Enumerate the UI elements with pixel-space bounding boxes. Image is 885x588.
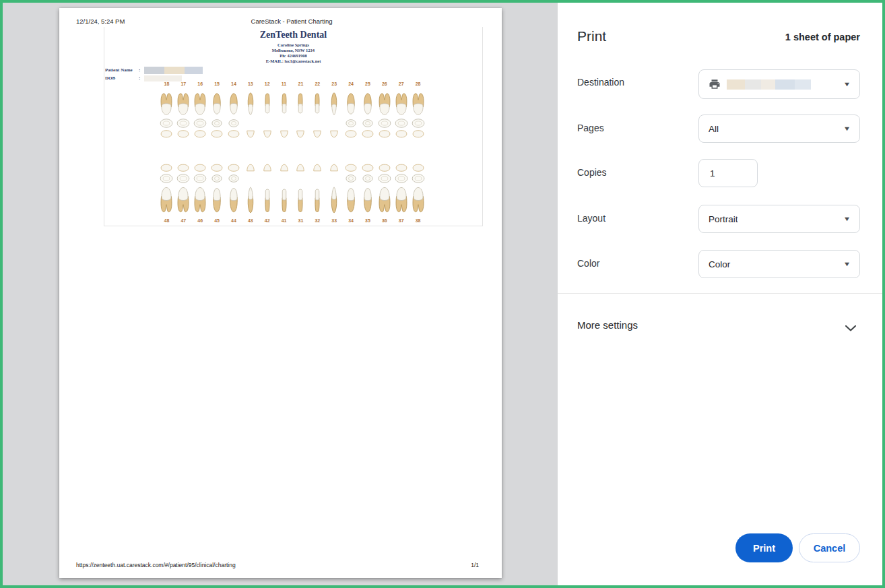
tooth-27: 27 [393, 81, 409, 139]
patient-dob-label: DOB [105, 75, 139, 81]
tooth-number: 36 [382, 218, 387, 224]
pages-select[interactable]: All ▼ [698, 115, 860, 143]
tooth-number: 46 [197, 218, 203, 224]
tooth-crown-icon [175, 163, 191, 172]
cancel-button[interactable]: Cancel [799, 533, 860, 562]
page-indicator: 1/1 [471, 562, 479, 568]
tooth-17: 17 [175, 81, 192, 139]
occlusal-spacer [259, 173, 275, 184]
patient-block: Patient Name : DOB : [105, 66, 203, 82]
color-select[interactable]: Color ▼ [698, 250, 860, 278]
tooth-number: 26 [382, 81, 387, 88]
tooth-number: 21 [298, 81, 304, 88]
sheet-count: 1 sheet of paper [785, 32, 860, 42]
tooth-37: 37 [393, 163, 409, 224]
tooth-root-icon [326, 185, 342, 214]
tooth-crown-icon [192, 163, 208, 172]
tooth-root-icon [259, 185, 275, 214]
source-url: https://zenteeth.uat.carestack.com/#/pat… [76, 562, 236, 568]
copies-label: Copies [577, 167, 607, 178]
tooth-root-icon [393, 185, 409, 214]
tooth-crown-icon [309, 163, 325, 172]
tooth-occlusal-icon [158, 118, 174, 129]
tooth-24: 24 [343, 81, 360, 139]
tooth-18: 18 [158, 81, 175, 139]
tooth-15: 15 [209, 81, 226, 139]
tooth-44: 44 [226, 163, 242, 224]
tooth-root-icon [242, 92, 259, 117]
occlusal-spacer [292, 173, 308, 184]
tooth-number: 12 [265, 81, 270, 88]
tooth-number: 23 [331, 81, 337, 88]
tooth-crown-icon [326, 163, 342, 172]
chevron-down-icon: ▼ [843, 261, 851, 267]
tooth-number: 38 [416, 218, 421, 224]
redacted-printer-name [775, 79, 795, 90]
tooth-36: 36 [376, 163, 393, 224]
tooth-occlusal-icon [192, 173, 208, 184]
tooth-43: 43 [242, 163, 259, 224]
preview-page: 12/1/24, 5:24 PM CareStack - Patient Cha… [59, 8, 502, 578]
tooth-number: 34 [348, 218, 354, 224]
tooth-crown-icon [226, 163, 242, 172]
tooth-root-icon [309, 92, 325, 117]
tooth-root-icon [158, 185, 174, 214]
occlusal-spacer [309, 118, 325, 129]
tooth-crown-icon [175, 129, 191, 139]
print-button[interactable]: Print [735, 533, 793, 562]
tooth-occlusal-icon [410, 173, 426, 184]
tooth-28: 28 [409, 81, 426, 139]
tooth-31: 31 [292, 163, 309, 224]
tooth-root-icon [393, 92, 409, 117]
occlusal-spacer [259, 118, 275, 129]
print-settings-panel: Print 1 sheet of paper Destination ▼ Pag… [558, 3, 882, 585]
tooth-number: 17 [181, 81, 186, 88]
tooth-root-icon [360, 92, 376, 117]
redacted-patient-name [144, 67, 164, 74]
destination-select[interactable]: ▼ [698, 69, 860, 99]
tooth-crown-icon [376, 163, 393, 172]
print-preview-area: 12/1/24, 5:24 PM CareStack - Patient Cha… [3, 3, 558, 585]
tooth-occlusal-icon [209, 118, 225, 129]
tooth-22: 22 [309, 81, 326, 139]
tooth-crown-icon [276, 163, 292, 172]
divider [558, 293, 882, 294]
tooth-number: 33 [331, 218, 337, 224]
tooth-26: 26 [376, 81, 393, 139]
copies-input[interactable] [698, 159, 758, 187]
clinic-email: E-MAIL: loc1@carestack.net [104, 59, 482, 64]
redacted-patient-name [185, 67, 203, 74]
layout-select[interactable]: Portrait ▼ [698, 205, 860, 233]
tooth-occlusal-icon [158, 173, 174, 184]
document-title: CareStack - Patient Charting [251, 18, 333, 25]
more-settings-toggle[interactable]: More settings [558, 311, 882, 341]
patient-name-row: Patient Name : [105, 66, 203, 74]
tooth-32: 32 [309, 163, 326, 224]
pages-value: All [709, 124, 719, 134]
tooth-crown-icon [259, 129, 275, 139]
tooth-number: 16 [197, 81, 203, 88]
tooth-35: 35 [360, 163, 376, 224]
tooth-root-icon [209, 92, 225, 117]
occlusal-spacer [276, 173, 292, 184]
tooth-occlusal-icon [343, 118, 359, 129]
tooth-root-icon [242, 185, 259, 214]
separator: : [139, 75, 144, 81]
tooth-crown-icon [226, 129, 242, 139]
tooth-12: 12 [259, 81, 275, 139]
tooth-11: 11 [275, 81, 292, 139]
tooth-16: 16 [192, 81, 209, 139]
clinic-address-line2: Melbourne, NSW 1234 [104, 48, 482, 53]
redacted-printer-name [795, 79, 811, 90]
tooth-occlusal-icon [360, 118, 376, 129]
pages-label: Pages [577, 123, 604, 133]
tooth-number: 43 [248, 218, 253, 224]
page-footer: https://zenteeth.uat.carestack.com/#/pat… [76, 562, 479, 568]
occlusal-spacer [292, 118, 308, 129]
tooth-occlusal-icon [226, 118, 242, 129]
occlusal-spacer [309, 173, 325, 184]
panel-title: Print [577, 28, 606, 44]
tooth-crown-icon [343, 163, 359, 172]
tooth-33: 33 [326, 163, 343, 224]
tooth-crown-icon [292, 163, 308, 172]
